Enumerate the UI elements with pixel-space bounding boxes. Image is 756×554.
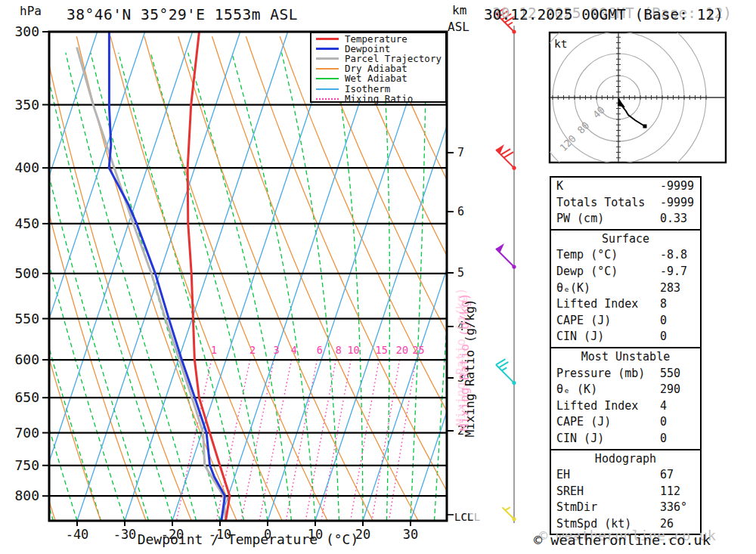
pressure-tick-label: 400 <box>14 159 39 175</box>
wet-adiabat-line <box>0 53 54 521</box>
indices-table: K-9999Totals Totals-9999PW (cm)0.33Surfa… <box>550 176 702 535</box>
table-row-label: CAPE (J) <box>556 313 611 330</box>
table-row: CAPE (J)0 <box>551 414 700 431</box>
legend-item-label: Mixing Ratio <box>345 94 413 104</box>
altitude-tick-label: 6 <box>457 205 464 218</box>
table-row-label: Lifted Index <box>556 398 638 415</box>
table-row-value: 0 <box>660 414 667 431</box>
lcl-label: LCL <box>454 511 473 523</box>
table-section-title: Hodograph <box>551 451 700 468</box>
legend-item-label: Isotherm <box>345 85 390 94</box>
table-row-value: -9.7 <box>660 264 687 280</box>
table-row: Dewp (°C)-9.7 <box>551 264 700 280</box>
table-row-label: Lifted Index <box>556 296 638 313</box>
table-row-value: 67 <box>660 467 674 484</box>
mixing-ratio-value-label: 20 <box>396 344 408 356</box>
altitude-tick-label: 5 <box>457 266 464 280</box>
mixing-ratio-value-label: 10 <box>347 344 359 356</box>
legend-item-label: Dry Adiabat <box>345 64 407 73</box>
dry-adiabat-line <box>43 36 192 521</box>
wet-adiabat-line <box>66 53 197 521</box>
table-row-label: θₑ(K) <box>556 280 590 297</box>
dry-adiabat-line <box>314 36 554 521</box>
mixing-ratio-value-label: 4 <box>291 344 297 356</box>
table-row-value: -9999 <box>660 195 694 212</box>
hodograph: 4080120kt <box>531 10 726 185</box>
pressure-tick-label: 650 <box>14 389 39 405</box>
mixing-ratio-value-label: 6 <box>317 344 323 356</box>
pressure-tick-label: 700 <box>14 425 39 441</box>
table-row-label: Temp (°C) <box>556 247 618 264</box>
table-row: StmDir336° <box>551 500 700 516</box>
pressure-tick-label: 500 <box>14 265 39 281</box>
legend-item-label: Parcel Trajectory <box>345 54 442 63</box>
wet-adiabat-line <box>282 53 339 521</box>
run-date-text: 30.12.2025 00GMT (Base: 12) <box>484 6 723 23</box>
copyright: © weatheronline.co.uk © weatheronline.co… <box>534 532 753 552</box>
legend-swatch-dotted <box>316 98 339 100</box>
table-row: CAPE (J)0 <box>551 313 700 330</box>
skewt-page: 300350400450500550600650700750800-40-30-… <box>0 0 756 554</box>
dry-adiabat-line <box>246 36 463 521</box>
temperature-axis-label: Dewpoint / Temperature (°C) <box>49 531 447 547</box>
mixing-ratio-axis-label: Mixing Ratio (g/kg) <box>463 299 477 437</box>
table-row: Lifted Index8 <box>551 296 700 313</box>
table-row-label: CIN (J) <box>556 431 604 447</box>
table-row: Temp (°C)-8.8 <box>551 247 700 264</box>
table-section: HodographEH67SREH112StmDir336°StmSpd (kt… <box>551 449 700 534</box>
mixing-ratio-value-label: 8 <box>336 344 342 356</box>
wet-adiabat-line <box>0 53 6 521</box>
table-row: K-9999 <box>551 178 700 195</box>
wind-barb <box>496 243 516 269</box>
legend-item: Mixing Ratio <box>316 94 445 104</box>
pressure-tick-label: 800 <box>14 487 39 503</box>
table-row: Lifted Index4 <box>551 398 700 415</box>
table-row-label: CIN (J) <box>556 329 604 345</box>
mixing-ratio-value-label: 3 <box>274 344 280 356</box>
table-row-value: 0 <box>660 313 667 330</box>
table-section-title: Surface <box>551 231 700 248</box>
legend-swatch-solid <box>316 48 339 50</box>
legend-item-label: Wet Adiabat <box>345 74 407 83</box>
pressure-axis-unit: hPa <box>20 4 42 18</box>
mixing-ratio-value-label: 25 <box>412 344 424 356</box>
table-section: Most UnstablePressure (mb)550θₑ (K)290Li… <box>551 347 700 449</box>
table-row: SREH112 <box>551 484 700 500</box>
page-title: 38°46'N 35°29'E 1553m ASL <box>67 6 298 23</box>
table-row: CIN (J)0 <box>551 431 700 447</box>
table-row-value: 550 <box>660 366 680 382</box>
legend-swatch-solid <box>316 38 339 40</box>
pressure-tick-label: 450 <box>14 215 39 231</box>
altitude-axis-unit-km: km <box>452 3 466 17</box>
dry-adiabat-line <box>280 36 509 521</box>
table-row-value: -9999 <box>660 178 694 195</box>
altitude-axis-unit-asl: ASL <box>448 20 469 34</box>
table-row-value: 4 <box>660 398 667 415</box>
wind-barb-staff <box>496 8 516 523</box>
table-row-value: 290 <box>660 382 680 398</box>
table-row-value: 8 <box>660 296 667 313</box>
legend: TemperatureDewpointParcel TrajectoryDry … <box>310 32 447 103</box>
wet-adiabat-line <box>0 53 29 521</box>
pressure-tick-label: 550 <box>14 311 39 327</box>
legend-swatch-solid <box>316 57 339 60</box>
table-row-value: 283 <box>660 280 680 297</box>
table-row: θₑ (K)290 <box>551 382 700 398</box>
wet-adiabat-line <box>232 53 315 521</box>
legend-swatch-solid <box>316 78 339 79</box>
legend-swatch-solid <box>316 88 339 90</box>
table-row-label: SREH <box>556 484 584 500</box>
table-row: PW (cm)0.33 <box>551 211 700 227</box>
legend-item-label: Temperature <box>345 35 407 44</box>
table-section: K-9999Totals Totals-9999PW (cm)0.33 <box>551 178 700 229</box>
table-row-label: StmDir <box>556 500 597 516</box>
table-row-value: 0 <box>660 329 667 345</box>
table-row-label: EH <box>556 467 570 484</box>
table-section-title: Most Unstable <box>551 349 700 366</box>
table-row-label: θₑ (K) <box>556 382 597 398</box>
mixing-ratio-value-label: 1 <box>211 344 217 356</box>
wind-barb <box>496 359 516 385</box>
table-row-label: CAPE (J) <box>556 414 611 431</box>
isotherm-line <box>0 32 2 521</box>
table-section: SurfaceTemp (°C)-8.8Dewp (°C)-9.7θₑ(K)28… <box>551 229 700 347</box>
